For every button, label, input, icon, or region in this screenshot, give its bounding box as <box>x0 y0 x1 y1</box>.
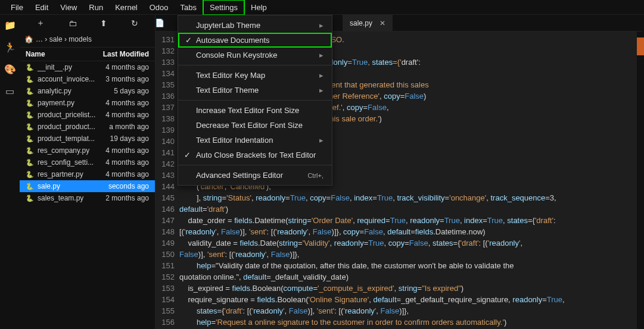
upload-icon[interactable]: ⬆ <box>100 18 107 28</box>
python-icon: 🐍 <box>26 111 34 119</box>
menu-item-text-editor-indentation[interactable]: Text Editor Indentation▸ <box>178 133 332 148</box>
menu-item-label: Text Editor Indentation <box>196 136 273 145</box>
file-name: res_config_setti... <box>38 158 94 167</box>
menubar: FileEditViewRunKernelOdooTabsSettingsHel… <box>0 0 644 15</box>
menu-item-advanced-settings-editor[interactable]: Advanced Settings EditorCtrl+, <box>178 168 332 183</box>
file-row[interactable]: 🐍sale.pyseconds ago <box>20 180 155 192</box>
file-browser-toolbar: ＋ 🗀 ⬆ ↻ <box>20 15 155 32</box>
file-row[interactable]: 🐍product_product...a month ago <box>20 121 155 133</box>
file-name: product_templat... <box>38 134 95 143</box>
menu-item-increase-text-editor-font-size[interactable]: Increase Text Editor Font Size <box>178 103 332 118</box>
menu-accel: Ctrl+, <box>307 172 323 179</box>
menu-item-text-editor-key-map[interactable]: Text Editor Key Map▸ <box>178 68 332 83</box>
col-modified[interactable]: Last Modified <box>103 50 149 58</box>
file-row[interactable]: 🐍sales_team.py2 months ago <box>20 192 155 204</box>
menu-file[interactable]: File <box>5 1 29 14</box>
menu-kernel[interactable]: Kernel <box>109 1 144 14</box>
breadcrumb[interactable]: 🏠 … › sale › models <box>20 32 155 47</box>
python-icon: 🐍 <box>26 171 34 178</box>
file-list-header: Name Last Modified <box>20 47 155 61</box>
menu-item-console-run-keystroke[interactable]: Console Run Keystroke▸ <box>178 48 332 62</box>
file-row[interactable]: 🐍product_templat...19 days ago <box>20 133 155 145</box>
chevron-right-icon: ▸ <box>319 21 323 30</box>
python-icon: 🐍 <box>26 99 34 107</box>
tab-label: sale.py <box>350 19 372 27</box>
check-icon: ✓ <box>185 36 192 45</box>
file-modified: 4 months ago <box>105 99 149 107</box>
chevron-right-icon: ▸ <box>319 136 323 145</box>
scrollbar-track[interactable] <box>637 32 644 329</box>
menu-item-label: Text Editor Theme <box>196 86 259 95</box>
file-row[interactable]: 🐍product_pricelist...4 months ago <box>20 109 155 121</box>
breadcrumb-path: … › sale › models <box>36 35 92 43</box>
folder-icon[interactable]: 📁 <box>4 20 16 31</box>
menu-item-label: Decrease Text Editor Font Size <box>196 121 303 130</box>
python-icon: 🐍 <box>26 135 34 143</box>
tabs-icon[interactable]: ▭ <box>5 86 14 97</box>
file-name: __init__.py <box>38 63 72 71</box>
activity-bar: 📁 🏃 🎨 ▭ <box>0 15 20 329</box>
file-modified: seconds ago <box>108 182 149 190</box>
python-icon: 🐍 <box>26 147 34 155</box>
file-name: account_invoice... <box>38 75 95 83</box>
chevron-right-icon: ▸ <box>319 86 323 95</box>
file-modified: 2 months ago <box>105 194 149 202</box>
check-icon: ✓ <box>184 151 191 159</box>
menu-item-label: Autosave Documents <box>196 36 270 45</box>
menu-run[interactable]: Run <box>83 1 109 14</box>
menu-settings[interactable]: Settings <box>203 0 245 15</box>
menu-tabs[interactable]: Tabs <box>175 1 203 14</box>
line-gutter: 1311321331341351361371381391401411421431… <box>155 32 179 329</box>
running-icon[interactable]: 🏃 <box>4 42 16 53</box>
file-row[interactable]: 🐍res_company.py4 months ago <box>20 145 155 156</box>
home-icon[interactable]: 🏠 <box>24 35 33 43</box>
file-modified: 4 months ago <box>105 146 149 155</box>
new-folder-icon[interactable]: 🗀 <box>69 18 77 28</box>
menu-help[interactable]: Help <box>245 1 273 14</box>
file-browser: ＋ 🗀 ⬆ ↻ 🏠 … › sale › models Name Last Mo… <box>20 15 155 329</box>
palette-icon[interactable]: 🎨 <box>4 64 16 75</box>
close-icon[interactable]: ✕ <box>379 19 385 27</box>
refresh-icon[interactable]: ↻ <box>131 18 138 28</box>
python-icon: 🐍 <box>26 64 34 71</box>
chevron-right-icon: ▸ <box>319 51 323 59</box>
menu-edit[interactable]: Edit <box>29 1 54 14</box>
scrollbar-thumb[interactable] <box>637 37 644 55</box>
python-icon: 🐍 <box>26 123 34 131</box>
file-name: res_company.py <box>38 146 89 155</box>
menu-item-label: JupyterLab Theme <box>196 21 260 30</box>
file-row[interactable]: 🐍payment.py4 months ago <box>20 97 155 109</box>
file-name: analytic.py <box>38 87 71 95</box>
chevron-right-icon: ▸ <box>319 71 323 80</box>
file-modified: 19 days ago <box>110 134 149 143</box>
file-modified: a month ago <box>109 123 149 131</box>
file-modified: 4 months ago <box>105 111 149 119</box>
menu-item-decrease-text-editor-font-size[interactable]: Decrease Text Editor Font Size <box>178 118 332 133</box>
file-row[interactable]: 🐍account_invoice...3 months ago <box>20 73 155 85</box>
menu-view[interactable]: View <box>54 1 83 14</box>
tab-prefix-icon: 📄 <box>155 18 164 27</box>
menu-item-jupyterlab-theme[interactable]: JupyterLab Theme▸ <box>178 18 332 33</box>
menu-item-label: Increase Text Editor Font Size <box>196 106 299 115</box>
menu-item-label: Advanced Settings Editor <box>196 171 283 180</box>
col-name[interactable]: Name <box>26 50 45 58</box>
file-modified: 4 months ago <box>105 158 149 167</box>
menu-item-auto-close-brackets-for-text-editor[interactable]: ✓Auto Close Brackets for Text Editor <box>178 148 332 162</box>
tab-sale-py[interactable]: sale.py ✕ <box>343 15 393 31</box>
menu-odoo[interactable]: Odoo <box>144 1 175 14</box>
file-modified: 5 days ago <box>114 87 149 95</box>
python-icon: 🐍 <box>26 76 34 83</box>
python-icon: 🐍 <box>26 195 34 202</box>
menu-item-text-editor-theme[interactable]: Text Editor Theme▸ <box>178 83 332 98</box>
python-icon: 🐍 <box>26 87 34 95</box>
python-icon: 🐍 <box>26 159 34 167</box>
menu-item-label: Text Editor Key Map <box>196 71 265 80</box>
file-list: 🐍__init__.py4 months ago🐍account_invoice… <box>20 61 155 204</box>
file-row[interactable]: 🐍res_config_setti...4 months ago <box>20 156 155 168</box>
menu-item-autosave-documents[interactable]: ✓Autosave Documents <box>178 33 332 48</box>
new-launcher-icon[interactable]: ＋ <box>36 18 45 29</box>
file-row[interactable]: 🐍__init__.py4 months ago <box>20 61 155 73</box>
settings-menu: JupyterLab Theme▸✓Autosave DocumentsCons… <box>178 15 332 186</box>
file-row[interactable]: 🐍res_partner.py4 months ago <box>20 168 155 180</box>
file-row[interactable]: 🐍analytic.py5 days ago <box>20 85 155 97</box>
